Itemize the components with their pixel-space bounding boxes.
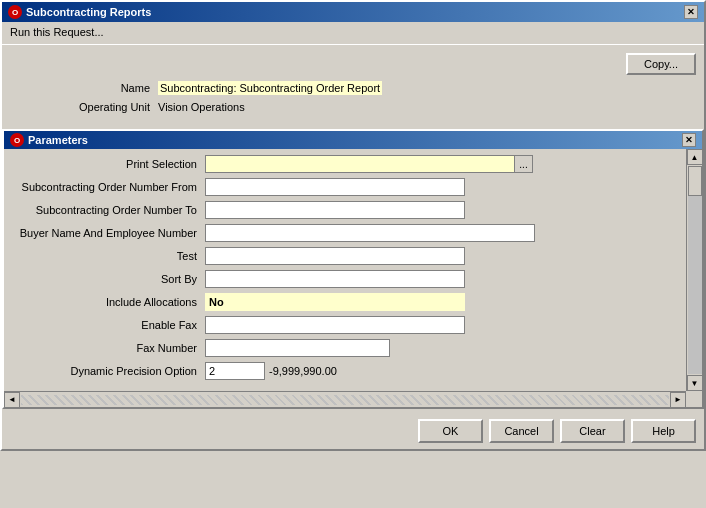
param-row-sort-by: Sort By [12,270,678,288]
name-label: Name [10,82,150,94]
param-row-fax-number: Fax Number [12,339,678,357]
operating-unit-row: Operating Unit Vision Operations [10,101,696,113]
outer-window: O Subcontracting Reports ✕ Run this Requ… [0,0,706,451]
horizontal-scrollbar[interactable]: ◄ ► [4,391,686,407]
param-label-dynamic-precision: Dynamic Precision Option [12,365,197,377]
scroll-track[interactable] [688,166,702,374]
order-from-input[interactable] [205,178,465,196]
bottom-buttons: OK Cancel Clear Help [2,413,704,449]
print-selection-input-group: ... [205,155,533,173]
dynamic-precision-group: -9,999,990.00 [205,362,337,380]
param-row-dynamic-precision: Dynamic Precision Option -9,999,990.00 [12,362,678,380]
params-content: Print Selection ... Subcontracting Order… [4,149,702,391]
param-row-order-from: Subcontracting Order Number From [12,178,678,196]
param-label-enable-fax: Enable Fax [12,319,197,331]
param-row-buyer: Buyer Name And Employee Number [12,224,678,242]
app-icon: O [8,5,22,19]
param-row-include-allocations: Include Allocations No [12,293,678,311]
param-label-order-to: Subcontracting Order Number To [12,204,197,216]
param-label-test: Test [12,250,197,262]
outer-close-button[interactable]: ✕ [684,5,698,19]
fax-number-input[interactable] [205,339,390,357]
scroll-up-button[interactable]: ▲ [687,149,703,165]
include-allocations-value[interactable]: No [205,293,465,311]
param-label-print-selection: Print Selection [12,158,197,170]
param-label-order-from: Subcontracting Order Number From [12,181,197,193]
params-main: Print Selection ... Subcontracting Order… [4,149,686,391]
operating-unit-label: Operating Unit [10,101,150,113]
vertical-scrollbar[interactable]: ▲ ▼ [686,149,702,391]
dynamic-precision-input[interactable] [205,362,265,380]
param-label-sort-by: Sort By [12,273,197,285]
parameters-window: O Parameters ✕ Print Selection ... Subco… [2,129,704,409]
include-allocations-text: No [209,296,224,308]
clear-button[interactable]: Clear [560,419,625,443]
inner-titlebar: O Parameters ✕ [4,131,702,149]
scroll-down-button[interactable]: ▼ [687,375,703,391]
name-row: Name Subcontracting: Subcontracting Orde… [10,81,696,95]
outer-titlebar-left: O Subcontracting Reports [8,5,151,19]
main-content: Copy... Name Subcontracting: Subcontract… [2,47,704,125]
dynamic-precision-format: -9,999,990.00 [269,365,337,377]
outer-titlebar: O Subcontracting Reports ✕ [2,2,704,22]
sort-by-input[interactable] [205,270,465,288]
inner-titlebar-left: O Parameters [10,133,88,147]
param-label-buyer: Buyer Name And Employee Number [12,227,197,239]
help-button[interactable]: Help [631,419,696,443]
cancel-button[interactable]: Cancel [489,419,554,443]
name-value: Subcontracting: Subcontracting Order Rep… [158,81,382,95]
print-selection-input[interactable] [205,155,515,173]
operating-unit-value: Vision Operations [158,101,245,113]
param-row-print-selection: Print Selection ... [12,155,678,173]
param-label-include-allocations: Include Allocations [12,296,197,308]
print-selection-ellipsis-button[interactable]: ... [515,155,533,173]
param-row-test: Test [12,247,678,265]
scroll-right-button[interactable]: ► [670,392,686,408]
scroll-thumb[interactable] [688,166,702,196]
params-icon: O [10,133,24,147]
buyer-input[interactable] [205,224,535,242]
outer-window-title: Subcontracting Reports [26,6,151,18]
copy-button[interactable]: Copy... [626,53,696,75]
enable-fax-input[interactable] [205,316,465,334]
scroll-left-button[interactable]: ◄ [4,392,20,408]
ok-button[interactable]: OK [418,419,483,443]
param-label-fax-number: Fax Number [12,342,197,354]
h-scroll-track[interactable] [21,395,669,405]
order-to-input[interactable] [205,201,465,219]
outer-menu: Run this Request... [2,22,704,42]
run-request-menu-item[interactable]: Run this Request... [10,26,104,38]
inner-close-button[interactable]: ✕ [682,133,696,147]
param-row-order-to: Subcontracting Order Number To [12,201,678,219]
param-row-enable-fax: Enable Fax [12,316,678,334]
inner-window-title: Parameters [28,134,88,146]
test-input[interactable] [205,247,465,265]
separator-1 [2,44,704,45]
